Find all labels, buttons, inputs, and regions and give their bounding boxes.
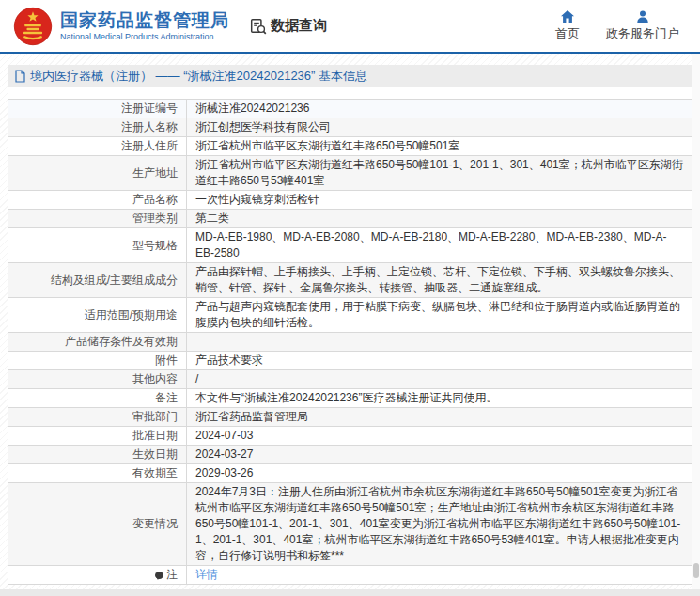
field-value: 一次性内窥镜穿刺活检针 <box>187 191 692 210</box>
table-row: 生效日期2024-03-27 <box>8 446 692 464</box>
nmpa-logo[interactable]: 国家药品监督管理局 National Medical Products Admi… <box>13 7 229 46</box>
field-value: 产品与超声内窥镜配套使用，用于粘膜下病变、纵膈包块、淋巴结和位于肠胃道内或临近肠… <box>187 298 692 333</box>
table-row: 注册人名称浙江创想医学科技有限公司 <box>8 118 692 137</box>
field-label-text: 有效期至 <box>132 466 178 479</box>
field-label-text: 适用范围/预期用途 <box>85 308 178 322</box>
field-label-text: 生效日期 <box>132 447 178 461</box>
table-row: 结构及组成/主要组成成分产品由探针帽、上手柄接头、上手柄、上定位锁、芯杆、下定位… <box>8 263 692 298</box>
table-row: 审批部门浙江省药品监督管理局 <box>8 408 692 427</box>
table-row: 有效期至2029-03-26 <box>8 464 692 483</box>
field-value: 2029-03-26 <box>187 464 692 483</box>
field-label-text: 产品名称 <box>132 193 178 206</box>
page-title-bar: 境内医疗器械（注册） —— “浙械注准20242021236” 基本信息 <box>8 65 692 87</box>
field-label: 注册人名称 <box>8 118 187 137</box>
field-value: 详情 <box>187 566 692 585</box>
field-label: 管理类别 <box>8 210 187 228</box>
field-label-text: 备注 <box>155 391 178 404</box>
field-label-text: 生产地址 <box>132 166 178 180</box>
nav-data-query[interactable]: 数据查询 <box>250 17 327 35</box>
table-row: 注册人住所浙江省杭州市临平区东湖街道红丰路650号50幢501室 <box>8 137 692 156</box>
field-label-text: 注册人名称 <box>121 120 178 133</box>
field-label: 附件 <box>8 352 187 370</box>
field-label: 型号规格 <box>8 228 187 263</box>
logo-text: 国家药品监督管理局 National Medical Products Admi… <box>60 10 229 41</box>
nav-home-label: 首页 <box>555 25 580 42</box>
field-value: MD-A-EB-1980、MD-A-EB-2080、MD-A-EB-2180、M… <box>187 228 692 263</box>
field-label: 备注 <box>8 389 187 408</box>
field-value-text: 第二类 <box>195 212 229 225</box>
field-value: 产品由探针帽、上手柄接头、上手柄、上定位锁、芯杆、下定位锁、下手柄、双头螺纹鲁尔… <box>187 263 692 298</box>
field-value: 本文件与“浙械注准20242021236”医疗器械注册证共同使用。 <box>187 389 692 408</box>
table-row: 管理类别第二类 <box>8 210 692 228</box>
header-nav: 首页 政务服务门户 <box>555 9 687 42</box>
field-label: 产品名称 <box>8 191 187 210</box>
detail-link[interactable]: 详情 <box>195 568 218 581</box>
table-row: 产品储存条件及有效期 <box>8 333 692 352</box>
field-label: 适用范围/预期用途 <box>8 298 187 333</box>
field-value: / <box>187 370 692 389</box>
table-row: 注详情 <box>8 566 692 585</box>
field-value-text: 浙江省杭州市临平区东湖街道红丰路650号50幢101-1、201-1、301、4… <box>195 158 683 187</box>
field-value: 浙江创想医学科技有限公司 <box>187 118 692 137</box>
field-value: 浙江省药品监督管理局 <box>187 408 692 427</box>
national-emblem-icon <box>13 7 53 46</box>
table-row: 注册证编号浙械注准20242021236 <box>8 100 692 118</box>
field-value-text: 一次性内窥镜穿刺活检针 <box>195 193 319 206</box>
org-name-en: National Medical Products Administration <box>60 32 229 41</box>
field-label: 批准日期 <box>8 427 187 446</box>
field-value: 浙江省杭州市临平区东湖街道红丰路650号50幢501室 <box>187 137 692 156</box>
field-label: 注 <box>8 566 187 585</box>
field-value: 2024-07-03 <box>187 427 692 446</box>
field-label-text: 结构及组成/主要组成成分 <box>51 274 178 287</box>
field-value-text: 2024-03-27 <box>195 447 253 461</box>
field-label-text: 注册人住所 <box>121 139 178 152</box>
table-row: 产品名称一次性内窥镜穿刺活检针 <box>8 191 692 210</box>
field-label-text: 变更情况 <box>132 517 178 530</box>
document-icon <box>15 70 25 83</box>
field-value-text: 产品由探针帽、上手柄接头、上手柄、上定位锁、芯杆、下定位锁、下手柄、双头螺纹鲁尔… <box>195 265 680 294</box>
content-panel: 境内医疗器械（注册） —— “浙械注准20242021236” 基本信息 注册证… <box>8 65 692 585</box>
field-value-text: 产品技术要求 <box>195 353 263 367</box>
field-label-text: 附件 <box>155 353 178 367</box>
scrollbar-thumb[interactable] <box>693 563 699 578</box>
table-row: 适用范围/预期用途产品与超声内窥镜配套使用，用于粘膜下病变、纵膈包块、淋巴结和位… <box>8 298 692 333</box>
document-search-icon <box>250 18 267 35</box>
field-value-text: 浙江省杭州市临平区东湖街道红丰路650号50幢501室 <box>195 139 459 152</box>
field-label-text: 注册证编号 <box>121 102 178 115</box>
field-value-text: / <box>195 372 198 385</box>
field-label: 产品储存条件及有效期 <box>8 333 187 352</box>
field-value-text: 2029-03-26 <box>195 466 253 479</box>
field-value-text: 本文件与“浙械注准20242021236”医疗器械注册证共同使用。 <box>195 391 497 404</box>
org-name: 国家药品监督管理局 <box>60 10 229 31</box>
field-value: 2024年7月3日：注册人住所由浙江省杭州市余杭区东湖街道红丰路650号50幢5… <box>187 483 692 566</box>
page-body: 境内医疗器械（注册） —— “浙械注准20242021236” 基本信息 注册证… <box>0 54 700 589</box>
field-value: 第二类 <box>187 210 692 228</box>
field-label: 注册证编号 <box>8 100 187 118</box>
field-label: 注册人住所 <box>8 137 187 156</box>
field-label: 变更情况 <box>8 483 187 566</box>
field-label: 审批部门 <box>8 408 187 427</box>
field-value <box>187 333 692 352</box>
scrollbar[interactable] <box>692 54 700 589</box>
nav-home[interactable]: 首页 <box>555 9 580 42</box>
field-label-text: 管理类别 <box>132 212 178 225</box>
data-query-label: 数据查询 <box>271 17 327 35</box>
field-value: 产品技术要求 <box>187 352 692 370</box>
field-label: 有效期至 <box>8 464 187 483</box>
field-label-text: 审批部门 <box>132 410 178 423</box>
page-title: 境内医疗器械（注册） —— “浙械注准20242021236” 基本信息 <box>30 68 367 85</box>
note-balloon-icon <box>155 572 163 579</box>
nav-portal[interactable]: 政务服务门户 <box>606 9 679 42</box>
field-label-text: 其他内容 <box>132 372 178 385</box>
table-row: 备注本文件与“浙械注准20242021236”医疗器械注册证共同使用。 <box>8 389 692 408</box>
field-value-text: 浙江省药品监督管理局 <box>195 410 308 423</box>
field-value-text: 2024年7月3日：注册人住所由浙江省杭州市余杭区东湖街道红丰路650号50幢5… <box>195 485 680 562</box>
field-label-text: 注 <box>166 568 178 581</box>
field-value-text: 浙江创想医学科技有限公司 <box>195 120 331 133</box>
table-row: 变更情况2024年7月3日：注册人住所由浙江省杭州市余杭区东湖街道红丰路650号… <box>8 483 692 566</box>
field-label: 生产地址 <box>8 156 187 191</box>
field-value-text: 浙械注准20242021236 <box>195 102 309 115</box>
field-value: 2024-03-27 <box>187 446 692 464</box>
footer-strip <box>0 589 700 596</box>
nav-portal-label: 政务服务门户 <box>606 25 679 42</box>
